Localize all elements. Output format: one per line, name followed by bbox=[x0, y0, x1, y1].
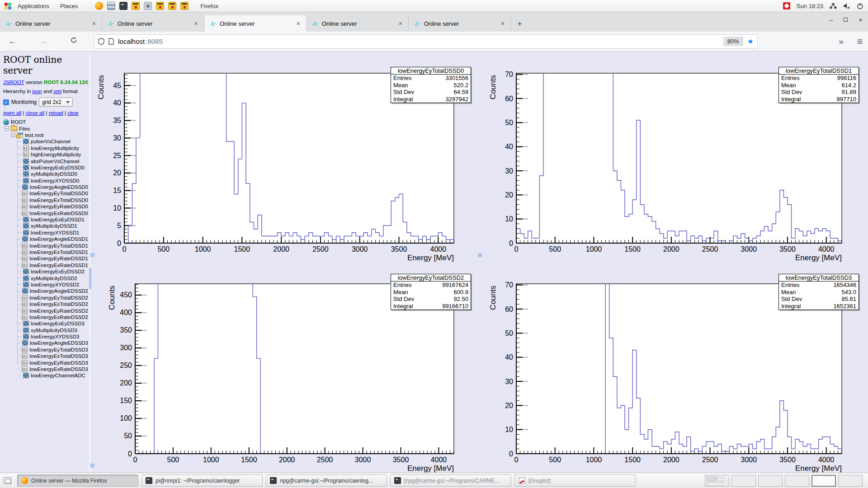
bookmark-star-icon[interactable]: ★ bbox=[747, 37, 754, 46]
tree-item[interactable]: lowEnergyExTotalDSSD3 bbox=[29, 353, 88, 359]
browser-tab[interactable]: Online server× bbox=[409, 15, 511, 32]
tree-item[interactable]: lowEnergyEyTotalDSSD2 bbox=[29, 295, 88, 300]
tree-item[interactable]: lowEnergyEyRateDSSD0 bbox=[29, 204, 88, 209]
midas-launcher-icon[interactable] bbox=[132, 2, 140, 10]
stats-box[interactable]: lowEnergyEyTotalDSSD3Entries1654346Mean5… bbox=[778, 274, 859, 310]
pad-resize-handle[interactable] bbox=[90, 253, 94, 257]
layout-select[interactable]: grid 2x2 bbox=[39, 98, 73, 107]
tree-item[interactable]: lowEnergyEyRateDSSD3 bbox=[29, 360, 88, 366]
tree-item-test-root[interactable]: test.root bbox=[25, 132, 44, 138]
taskbar-window-button[interactable]: pi@nnrpi1: ~/Programs/caenlogger bbox=[142, 474, 263, 487]
tree-item[interactable]: lowEnergyAngleEDSSD1 bbox=[30, 236, 88, 242]
network-icon[interactable] bbox=[830, 3, 837, 9]
tree-item[interactable]: highEnergyMultiplicity bbox=[31, 152, 81, 157]
plot-pad-lowEnergyEyTotalDSSD1[interactable]: 0102030405060700500100015002000250030003… bbox=[480, 52, 868, 262]
volume-muted-icon[interactable] bbox=[843, 3, 850, 9]
tree-item[interactable]: lowEnergyMultiplicity bbox=[31, 145, 79, 151]
terminal-launcher-icon[interactable] bbox=[119, 2, 127, 10]
new-tab-button[interactable]: + bbox=[511, 19, 528, 32]
distro-menu-icon[interactable] bbox=[5, 3, 11, 9]
close-icon[interactable]: × bbox=[859, 16, 863, 23]
workspace-cell[interactable] bbox=[785, 475, 809, 487]
plot-pad-lowEnergyEyTotalDSSD0[interactable]: 0510152025303540450500100015002000250030… bbox=[92, 52, 480, 262]
tab-close-icon[interactable]: × bbox=[397, 20, 404, 27]
tree-item[interactable]: lowEnergyEyTotalDSSD1 bbox=[29, 243, 88, 249]
tree-item[interactable]: lowEnergyExEyDSSD3 bbox=[31, 321, 85, 326]
minimize-icon[interactable]: – bbox=[829, 16, 833, 23]
overflow-menu-icon[interactable]: » bbox=[839, 37, 844, 47]
clear-link[interactable]: clear bbox=[67, 110, 79, 116]
tree-item[interactable]: lowEnergyXYDSSD3 bbox=[31, 334, 79, 339]
midas-launcher-icon[interactable] bbox=[156, 2, 164, 10]
tree-item[interactable]: lowEnergyChannelADC bbox=[31, 373, 85, 378]
tree-item-root[interactable]: ROOT bbox=[11, 119, 26, 125]
workspace-cell[interactable] bbox=[731, 475, 756, 487]
taskbar-window-button[interactable]: npg@carme-gsi:~/Programs/caenlog... bbox=[266, 474, 387, 487]
url-bar[interactable]: localhost:8085 80% ★ bbox=[94, 34, 758, 49]
page-info-icon[interactable] bbox=[108, 38, 114, 45]
stats-box[interactable]: lowEnergyEyTotalDSSD1Entries998116Mean61… bbox=[778, 67, 859, 103]
tree-item[interactable]: lowEnergyExEyDSSD1 bbox=[31, 217, 85, 222]
tree-item[interactable]: lowEnergyExTotalDSSD2 bbox=[29, 301, 88, 307]
firefox-launcher-icon[interactable] bbox=[95, 2, 103, 10]
tree-item[interactable]: lowEnergyEyTotalDSSD0 bbox=[29, 191, 88, 196]
file-manager-launcher-icon[interactable] bbox=[107, 2, 115, 10]
tree-item[interactable]: absPulserVsChannel bbox=[31, 159, 79, 164]
tree-item[interactable]: lowEnergyEyTotalDSSD3 bbox=[29, 347, 88, 352]
show-desktop-icon[interactable] bbox=[4, 477, 11, 484]
taskbar-window-button[interactable]: [npg@carme-gsi:~/Programs/CARME... bbox=[390, 474, 511, 487]
app-menu-icon[interactable]: ≡ bbox=[857, 36, 863, 47]
jsroot-link[interactable]: JSROOT bbox=[3, 80, 24, 85]
pad-resize-handle[interactable] bbox=[90, 464, 94, 468]
plot-pad-lowEnergyEyTotalDSSD2[interactable]: 0501001502002503003504004500500100015002… bbox=[92, 262, 480, 473]
clock[interactable]: Sun 18:23 bbox=[797, 3, 823, 9]
tree-item[interactable]: xyMultiplicityDSSD0 bbox=[31, 171, 77, 177]
tree-item[interactable]: lowEnergyExTotalDSSD1 bbox=[29, 249, 88, 255]
places-menu[interactable]: Places bbox=[56, 2, 82, 10]
tree-item[interactable]: lowEnergyExTotalDSSD0 bbox=[29, 197, 88, 203]
plot-pad-lowEnergyEyTotalDSSD3[interactable]: 0102030405060700500100015002000250030003… bbox=[480, 262, 868, 473]
taskbar-window-button[interactable]: Online server — Mozilla Firefox bbox=[17, 474, 138, 487]
collapse-expander-icon[interactable] bbox=[11, 133, 15, 137]
tree-item-files[interactable]: Files bbox=[19, 126, 30, 131]
tree-item[interactable]: lowEnergyAngleEDSSD0 bbox=[30, 184, 88, 190]
workspace-cell[interactable] bbox=[811, 475, 836, 487]
reload-button[interactable] bbox=[67, 37, 80, 46]
stats-box[interactable]: lowEnergyEyTotalDSSD0Entries3301556Mean5… bbox=[391, 67, 471, 103]
tree-item[interactable]: lowEnergyAngleEDSSD2 bbox=[30, 288, 88, 294]
tree-item[interactable]: lowEnergyExRateDSSD2 bbox=[29, 314, 88, 320]
tree-item[interactable]: lowEnergyExRateDSSD0 bbox=[29, 211, 88, 216]
screenshot-launcher-icon[interactable] bbox=[144, 2, 152, 10]
tree-item[interactable]: lowEnergyXYDSSD2 bbox=[31, 282, 79, 287]
browser-tab[interactable]: Online server× bbox=[307, 15, 409, 32]
xml-link[interactable]: xml bbox=[53, 89, 61, 94]
tree-item[interactable]: xyMultiplicityDSSD2 bbox=[31, 276, 77, 281]
tab-close-icon[interactable]: × bbox=[91, 20, 97, 27]
tree-item[interactable]: pulserVsChannel bbox=[31, 139, 71, 144]
sidebar-scrollbar-track[interactable] bbox=[89, 52, 92, 473]
workspace-cell[interactable] bbox=[838, 475, 863, 487]
pad-resize-handle[interactable] bbox=[478, 253, 482, 257]
zoom-level-badge[interactable]: 80% bbox=[723, 37, 743, 46]
tab-close-icon[interactable]: × bbox=[295, 20, 302, 27]
tab-close-icon[interactable]: × bbox=[193, 20, 199, 27]
tree-item[interactable]: lowEnergyExRateDSSD1 bbox=[29, 263, 88, 268]
browser-tab[interactable]: Online server× bbox=[0, 15, 102, 32]
tree-item[interactable]: lowEnergyExEyDSSD2 bbox=[31, 269, 85, 274]
midas-launcher-icon[interactable] bbox=[168, 2, 176, 10]
workspace-cell[interactable] bbox=[758, 475, 783, 487]
tree-item[interactable]: lowEnergyXYDSSD1 bbox=[31, 230, 79, 235]
browser-tab[interactable]: Online server× bbox=[204, 15, 307, 32]
tree-item[interactable]: lowEnergyAngleEDSSD3 bbox=[30, 340, 88, 346]
tree-item[interactable]: lowEnergyEyRateDSSD2 bbox=[29, 308, 88, 314]
maximize-icon[interactable] bbox=[844, 18, 848, 22]
tree-item[interactable]: xyMultiplicityDSSD3 bbox=[31, 328, 77, 333]
taskbar-window-button[interactable]: [Gnuplot] bbox=[514, 474, 636, 487]
tree-item[interactable]: lowEnergyXYDSSD0 bbox=[31, 178, 79, 183]
applications-menu[interactable]: Applications bbox=[13, 2, 54, 10]
tree-item[interactable]: lowEnergyExRateDSSD3 bbox=[29, 366, 88, 372]
sidebar-scrollbar-thumb[interactable] bbox=[89, 267, 91, 289]
open-all-link[interactable]: open all bbox=[3, 110, 21, 116]
tree-item[interactable]: lowEnergyEyRateDSSD1 bbox=[29, 256, 88, 261]
notification-icon[interactable] bbox=[783, 2, 790, 9]
